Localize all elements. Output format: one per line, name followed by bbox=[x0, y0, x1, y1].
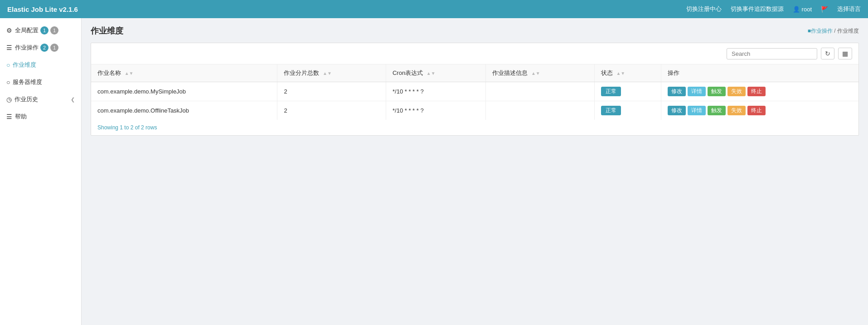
sort-icon-status: ▲▼ bbox=[616, 71, 625, 76]
action-btn-终止[interactable]: 终止 bbox=[747, 87, 766, 96]
action-btn-触发[interactable]: 触发 bbox=[708, 87, 726, 96]
cell-description bbox=[486, 101, 595, 120]
table-row: com.example.demo.OfflineTaskJob 2 */10 *… bbox=[91, 101, 858, 120]
col-description: 作业描述信息 ▲▼ bbox=[486, 64, 595, 82]
col-status: 状态 ▲▼ bbox=[594, 64, 661, 82]
sidebar-label-server-dimension: 服务器维度 bbox=[13, 78, 42, 86]
user-info: 👤 root bbox=[793, 6, 812, 13]
col-cron: Cron表达式 ▲▼ bbox=[386, 64, 485, 82]
badge-2: 1 bbox=[50, 26, 58, 34]
cell-description bbox=[486, 82, 595, 101]
table-showing-text: Showing 1 to 2 of 2 rows bbox=[91, 120, 858, 135]
main-layout: ⚙ 全局配置 1 1 ☰ 作业操作 2 1 ○ 作业维度 ○ 服务器维度 ◷ 作… bbox=[0, 18, 868, 325]
refresh-button[interactable]: ↻ bbox=[821, 48, 834, 59]
user-icon: 👤 bbox=[793, 6, 800, 13]
chevron-right-icon: ❮ bbox=[71, 97, 75, 103]
header: Elastic Job Lite v2.1.6 切换注册中心 切换事件追踪数据源… bbox=[0, 0, 868, 18]
cell-status: 正常 bbox=[594, 101, 661, 120]
sidebar-label-job-operations: 作业操作 bbox=[15, 44, 39, 52]
sort-icon-job-name: ▲▼ bbox=[125, 71, 134, 76]
breadcrumb-separator: / bbox=[834, 28, 837, 34]
cell-shards-total: 2 bbox=[277, 82, 386, 101]
jobs-table: 作业名称 ▲▼ 作业分片总数 ▲▼ Cron表达式 ▲▼ 作业描述信息 bbox=[91, 64, 858, 120]
table-row: com.example.demo.MySimpleJob 2 */10 * * … bbox=[91, 82, 858, 101]
sidebar-item-global-config[interactable]: ⚙ 全局配置 1 1 bbox=[0, 22, 81, 39]
flag-icon: 🚩 bbox=[821, 6, 828, 13]
sidebar-item-job-dimension[interactable]: ○ 作业维度 bbox=[0, 56, 81, 74]
clock-icon: ◷ bbox=[6, 96, 12, 103]
table-header-row: 作业名称 ▲▼ 作业分片总数 ▲▼ Cron表达式 ▲▼ 作业描述信息 bbox=[91, 64, 858, 82]
help-icon: ☰ bbox=[6, 113, 12, 120]
gear-icon: ⚙ bbox=[6, 27, 12, 34]
cell-job-name: com.example.demo.MySimpleJob bbox=[91, 82, 277, 101]
sort-icon-desc: ▲▼ bbox=[531, 71, 540, 76]
action-btn-终止[interactable]: 终止 bbox=[747, 106, 766, 115]
cell-cron: */10 * * * * ? bbox=[386, 82, 485, 101]
cell-status: 正常 bbox=[594, 82, 661, 101]
sidebar-label-global-config: 全局配置 bbox=[15, 26, 39, 34]
cell-actions: 修改详情触发失效终止 bbox=[661, 101, 858, 120]
circle2-icon: ○ bbox=[6, 79, 10, 86]
sidebar-item-server-dimension[interactable]: ○ 服务器维度 bbox=[0, 74, 81, 91]
sort-icon-cron: ▲▼ bbox=[427, 71, 436, 76]
action-btn-修改[interactable]: 修改 bbox=[668, 106, 686, 115]
sidebar-item-job-operations[interactable]: ☰ 作业操作 2 1 bbox=[0, 39, 81, 56]
switch-registry-link[interactable]: 切换注册中心 bbox=[686, 5, 722, 13]
language-select[interactable]: 选择语言 bbox=[837, 5, 861, 13]
action-btn-失效[interactable]: 失效 bbox=[727, 106, 746, 115]
page-title: 作业维度 bbox=[91, 25, 123, 36]
action-btn-失效[interactable]: 失效 bbox=[727, 87, 746, 96]
username: root bbox=[802, 6, 812, 13]
action-btn-触发[interactable]: 触发 bbox=[708, 106, 726, 115]
list-icon: ☰ bbox=[6, 44, 12, 51]
page-header: 作业维度 ■作业操作 / 作业维度 bbox=[91, 25, 859, 36]
search-input[interactable] bbox=[727, 48, 817, 59]
sidebar-label-job-dimension: 作业维度 bbox=[13, 61, 36, 69]
action-buttons: 修改详情触发失效终止 bbox=[668, 106, 852, 115]
status-badge: 正常 bbox=[601, 87, 621, 96]
action-btn-修改[interactable]: 修改 bbox=[668, 87, 686, 96]
col-shards-total: 作业分片总数 ▲▼ bbox=[277, 64, 386, 82]
data-panel: ↻ ▦ 作业名称 ▲▼ 作业分片总数 ▲▼ bbox=[91, 43, 859, 136]
app-title: Elastic Job Lite v2.1.6 bbox=[7, 5, 78, 13]
badge-3: 2 bbox=[40, 44, 48, 52]
action-buttons: 修改详情触发失效终止 bbox=[668, 87, 852, 96]
cell-shards-total: 2 bbox=[277, 101, 386, 120]
sidebar-label-job-history: 作业历史 bbox=[15, 95, 38, 103]
badge-4: 1 bbox=[50, 44, 58, 52]
col-job-name: 作业名称 ▲▼ bbox=[91, 64, 277, 82]
breadcrumb-parent[interactable]: ■作业操作 bbox=[808, 28, 833, 34]
action-btn-详情[interactable]: 详情 bbox=[688, 87, 706, 96]
main-content: 作业维度 ■作业操作 / 作业维度 ↻ ▦ 作业名称 bbox=[82, 18, 868, 325]
status-badge: 正常 bbox=[601, 106, 621, 115]
breadcrumb: ■作业操作 / 作业维度 bbox=[808, 27, 859, 35]
breadcrumb-current: 作业维度 bbox=[837, 28, 859, 34]
switch-event-source-link[interactable]: 切换事件追踪数据源 bbox=[731, 5, 784, 13]
header-nav: 切换注册中心 切换事件追踪数据源 👤 root 🚩 选择语言 bbox=[686, 5, 861, 13]
cell-actions: 修改详情触发失效终止 bbox=[661, 82, 858, 101]
cell-cron: */10 * * * * ? bbox=[386, 101, 485, 120]
sort-icon-shards: ▲▼ bbox=[323, 71, 332, 76]
columns-button[interactable]: ▦ bbox=[838, 48, 852, 59]
circle-icon: ○ bbox=[6, 61, 10, 69]
sidebar-item-help[interactable]: ☰ 帮助 bbox=[0, 108, 81, 125]
sidebar: ⚙ 全局配置 1 1 ☰ 作业操作 2 1 ○ 作业维度 ○ 服务器维度 ◷ 作… bbox=[0, 18, 82, 325]
col-actions: 操作 bbox=[661, 64, 858, 82]
cell-job-name: com.example.demo.OfflineTaskJob bbox=[91, 101, 277, 120]
action-btn-详情[interactable]: 详情 bbox=[688, 106, 706, 115]
sidebar-item-job-history[interactable]: ◷ 作业历史 ❮ bbox=[0, 91, 81, 108]
sidebar-label-help: 帮助 bbox=[15, 113, 27, 121]
panel-toolbar: ↻ ▦ bbox=[91, 43, 858, 64]
badge-1: 1 bbox=[40, 26, 48, 34]
